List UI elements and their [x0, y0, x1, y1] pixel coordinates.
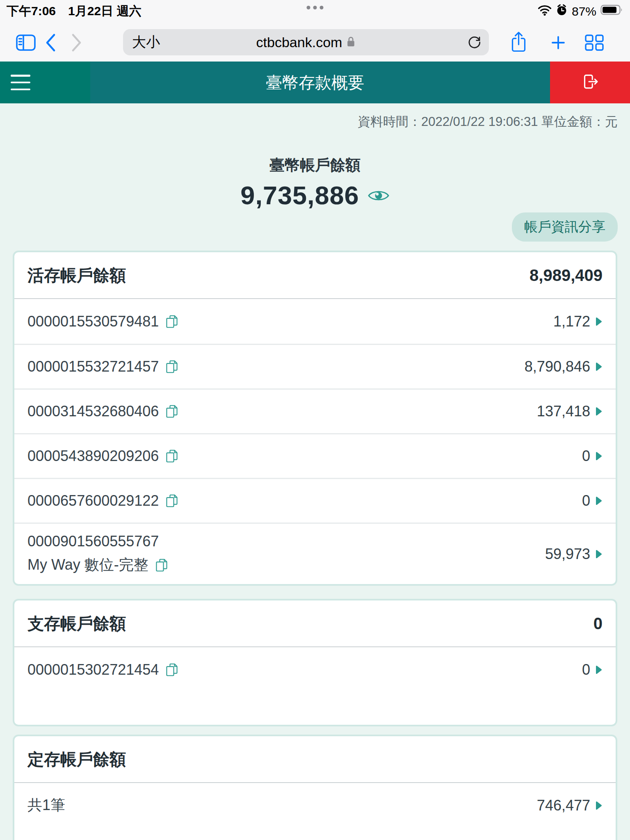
ios-status-bar: 下午7:06 1月22日 週六 87% — [0, 0, 630, 23]
account-name: My Way 數位-完整 — [27, 555, 148, 575]
time-deposit-card: 定存帳戶餘額 共1筆 746,477 — [13, 735, 617, 840]
battery-percent: 87% — [572, 5, 596, 18]
chevron-right-icon — [596, 403, 603, 420]
card-bottom-space — [14, 692, 616, 725]
chevron-right-icon — [596, 313, 603, 330]
account-number: 0000314532680406 — [27, 403, 159, 420]
alarm-icon — [556, 4, 568, 19]
lock-icon — [346, 36, 356, 49]
checking-deposit-card: 支存帳戶餘額 0 0000015302721454 0 — [13, 599, 617, 726]
account-number: 0000657600029122 — [27, 492, 159, 509]
status-time: 下午7:06 — [7, 3, 56, 20]
account-balance: 59,973 — [545, 546, 590, 563]
card-title: 定存帳戶餘額 — [27, 748, 126, 771]
page-content: 資料時間：2022/01/22 19:06:31 單位金額：元 臺幣帳戶餘額 9… — [0, 103, 630, 840]
url-text[interactable]: ctbcbank.com — [256, 34, 342, 50]
logout-button[interactable] — [550, 62, 630, 103]
status-date: 1月22日 週六 — [68, 3, 141, 20]
forward-icon[interactable] — [70, 32, 84, 55]
total-balance-row: 9,735,886 — [0, 180, 630, 210]
card-title: 支存帳戶餘額 — [27, 612, 126, 635]
card-header: 活存帳戶餘額 8,989,409 — [14, 252, 616, 298]
card-title: 活存帳戶餘額 — [27, 264, 126, 287]
account-row[interactable]: 0000015302721454 0 — [14, 647, 616, 692]
account-balance: 0 — [582, 492, 590, 509]
total-balance: 9,735,886 — [240, 180, 359, 210]
address-bar[interactable]: 大小 ctbcbank.com — [123, 29, 489, 55]
account-row[interactable]: 0000657600029122 0 — [14, 478, 616, 523]
summary-title: 臺幣帳戶餘額 — [0, 155, 630, 176]
demand-deposit-card: 活存帳戶餘額 8,989,409 0000015530579481 1,172 … — [13, 251, 617, 586]
card-bottom-space — [14, 828, 616, 840]
account-balance: 0 — [582, 661, 590, 678]
battery-icon — [600, 4, 623, 18]
account-number: 0000543890209206 — [27, 447, 159, 465]
account-row[interactable]: 0000015530579481 1,172 — [14, 299, 616, 344]
account-number: 0000015532721457 — [27, 358, 159, 375]
account-row[interactable]: 0000314532680406 137,418 — [14, 388, 616, 433]
account-info-share-button[interactable]: 帳戶資訊分享 — [512, 212, 618, 242]
copy-icon[interactable] — [164, 404, 180, 419]
copy-icon[interactable] — [164, 314, 180, 329]
account-row[interactable]: 0000543890209206 0 — [14, 433, 616, 478]
chevron-right-icon — [596, 797, 603, 814]
copy-icon[interactable] — [164, 359, 180, 374]
tabs-overview-icon[interactable] — [584, 34, 605, 53]
eye-icon[interactable] — [368, 188, 390, 205]
account-balance: 137,418 — [537, 403, 590, 420]
copy-icon[interactable] — [164, 662, 180, 678]
card-header: 支存帳戶餘額 0 — [14, 600, 616, 646]
copy-icon[interactable] — [164, 493, 180, 509]
chevron-right-icon — [596, 358, 603, 375]
logout-icon — [580, 71, 600, 94]
copy-icon[interactable] — [154, 557, 170, 573]
card-total: 0 — [593, 614, 603, 633]
chevron-right-icon — [596, 661, 603, 678]
copy-icon[interactable] — [164, 448, 180, 464]
share-icon[interactable] — [509, 30, 528, 55]
account-balance: 0 — [582, 447, 590, 465]
card-total: 8,989,409 — [530, 266, 603, 285]
safari-toolbar: 大小 ctbcbank.com — [0, 23, 630, 62]
account-number: 0000901560555767 — [27, 533, 170, 550]
account-balance: 1,172 — [553, 313, 590, 330]
account-row[interactable]: 0000015532721457 8,790,846 — [14, 344, 616, 388]
reload-icon[interactable] — [466, 34, 482, 52]
data-timestamp: 資料時間：2022/01/22 19:06:31 單位金額：元 — [0, 103, 630, 130]
account-balance: 8,790,846 — [525, 358, 590, 375]
sidebar-icon[interactable] — [15, 33, 37, 54]
wifi-icon — [538, 5, 552, 18]
page-title: 臺幣存款概要 — [0, 62, 630, 103]
chevron-right-icon — [596, 546, 603, 563]
chevron-right-icon — [596, 447, 603, 465]
time-deposit-count: 共1筆 — [27, 795, 65, 815]
app-header: 臺幣存款概要 — [0, 62, 630, 103]
account-row[interactable]: 0000901560555767 My Way 數位-完整 59,973 — [14, 523, 616, 584]
back-icon[interactable] — [43, 32, 57, 55]
account-balance: 746,477 — [537, 797, 590, 814]
new-tab-icon[interactable] — [549, 33, 568, 54]
account-row[interactable]: 共1筆 746,477 — [14, 783, 616, 828]
account-number: 0000015530579481 — [27, 313, 159, 330]
account-number: 0000015302721454 — [27, 661, 159, 678]
chevron-right-icon — [596, 492, 603, 509]
card-header: 定存帳戶餘額 — [14, 736, 616, 782]
multitasking-dots-icon[interactable] — [307, 6, 324, 9]
